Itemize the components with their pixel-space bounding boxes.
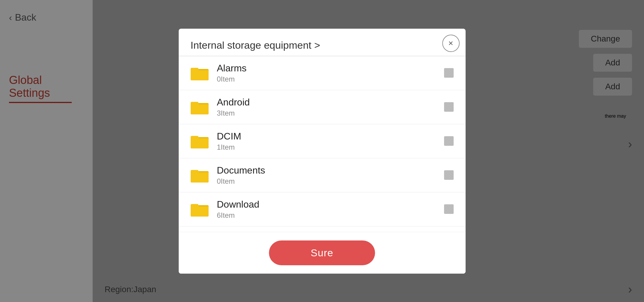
folder-count: 0Item [217,75,444,83]
svg-rect-8 [191,136,198,139]
folder-checkbox[interactable] [444,204,454,214]
svg-rect-11 [191,170,198,173]
folder-icon [191,99,209,114]
folder-icon [191,65,209,80]
modal-header: Internal storage equipment > [179,29,466,56]
list-item[interactable]: DCIM 1Item [179,124,466,158]
svg-rect-5 [191,102,198,105]
folder-checkbox[interactable] [444,102,454,112]
close-icon: × [448,39,453,48]
folder-list: Alarms 0Item Android 3Item [179,56,466,232]
folder-picker-modal: Internal storage equipment > × Alarms 0I… [179,29,466,274]
list-item[interactable]: FilmoraGo 0Item [179,226,466,232]
folder-count: 1Item [217,143,444,151]
modal-overlay: Internal storage equipment > × Alarms 0I… [0,0,644,302]
folder-checkbox[interactable] [444,68,454,78]
folder-name: DCIM [217,131,444,142]
folder-info: Alarms 0Item [217,63,444,83]
folder-count: 3Item [217,109,444,117]
folder-info: Android 3Item [217,97,444,117]
folder-icon [191,202,209,217]
folder-info: Documents 0Item [217,165,444,186]
list-item[interactable]: Download 6Item [179,192,466,226]
folder-icon [191,134,209,148]
folder-name: Android [217,97,444,108]
folder-checkbox[interactable] [444,170,454,180]
list-item[interactable]: Documents 0Item [179,158,466,192]
folder-info: DCIM 1Item [217,131,444,151]
folder-checkbox[interactable] [444,136,454,146]
modal-footer: Sure [179,232,466,274]
folder-name: Alarms [217,63,444,74]
folder-count: 0Item [217,177,444,186]
sure-button[interactable]: Sure [269,240,375,265]
folder-info: Download 6Item [217,199,444,220]
list-item[interactable]: Android 3Item [179,90,466,124]
folder-count: 6Item [217,211,444,220]
folder-icon [191,168,209,183]
close-button[interactable]: × [442,35,460,52]
svg-rect-14 [191,204,198,207]
folder-name: Documents [217,165,444,176]
modal-title: Internal storage equipment > [191,39,320,51]
list-item[interactable]: Alarms 0Item [179,56,466,90]
svg-rect-2 [191,68,198,71]
folder-name: Download [217,199,444,210]
